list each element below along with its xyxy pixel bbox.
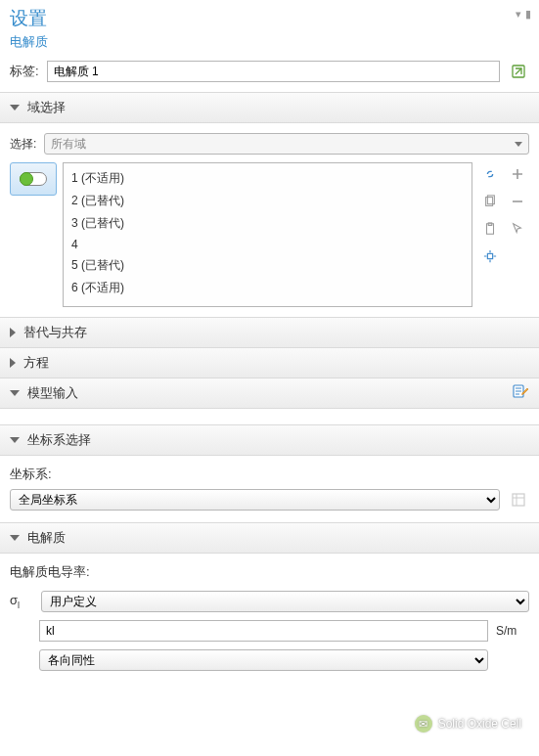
chevron-right-icon: [10, 328, 16, 337]
svg-rect-7: [513, 494, 524, 506]
section-electrolyte-body: 电解质电导率: σl 用户定义 S/m 各向同性: [0, 554, 539, 681]
conductivity-inputs: S/m 各向同性: [10, 620, 529, 671]
minus-icon[interactable]: [506, 190, 529, 213]
label-caption: 标签:: [10, 63, 39, 80]
switch-icon: [20, 172, 47, 186]
section-override-title: 替代与共存: [23, 324, 87, 341]
section-coord-header[interactable]: 坐标系选择: [0, 424, 539, 456]
copy-icon[interactable]: [478, 190, 502, 213]
edit-note-button[interactable]: [512, 382, 529, 403]
domain-active-toggle[interactable]: [10, 162, 57, 196]
coord-label: 坐标系:: [10, 466, 52, 483]
section-electrolyte-title: 电解质: [27, 529, 66, 547]
domain-select[interactable]: 所有域: [44, 133, 529, 155]
panel-header: 设置 电解质 ▾ ▮: [0, 0, 539, 55]
domain-select-row: 选择: 所有域: [10, 133, 529, 155]
wechat-icon: ✉: [415, 715, 432, 733]
section-model-input-body: [0, 409, 539, 424]
section-domain-selection-title: 域选择: [27, 99, 66, 116]
section-domain-selection-header[interactable]: 域选择: [0, 92, 539, 123]
chevron-down-icon: [10, 535, 20, 541]
section-equation-title: 方程: [23, 354, 49, 372]
list-item[interactable]: 1 (不适用): [71, 167, 464, 190]
settings-panel: 设置 电解质 ▾ ▮ 标签: 域选择 选择: 所有域: [0, 0, 539, 681]
domain-toggle-column: [10, 162, 57, 196]
list-item[interactable]: 6 (不适用): [71, 277, 464, 299]
panel-title: 设置: [10, 6, 529, 31]
svg-rect-5: [487, 253, 492, 258]
section-domain-selection-body: 选择: 所有域 1 (不适用) 2 (已替代) 3 (已替代) 4 5 (已替代…: [0, 123, 539, 317]
open-external-icon: [511, 64, 526, 79]
list-item[interactable]: 5 (已替代): [71, 254, 464, 277]
spacer: [506, 245, 529, 268]
domain-select-value: 所有域: [51, 136, 86, 153]
label-row: 标签:: [0, 55, 539, 92]
conductivity-expression-input[interactable]: [39, 620, 488, 642]
panel-subtitle: 电解质: [10, 33, 529, 51]
open-external-button[interactable]: [508, 61, 529, 82]
section-electrolyte-header[interactable]: 电解质: [0, 522, 539, 554]
minimize-icon[interactable]: ▾: [516, 8, 521, 21]
domain-tool-column: [478, 162, 529, 270]
section-equation-header[interactable]: 方程: [0, 348, 539, 378]
list-item[interactable]: 3 (已替代): [71, 212, 464, 235]
list-item[interactable]: 4: [71, 235, 464, 254]
list-item[interactable]: 2 (已替代): [71, 190, 464, 212]
frame-icon: [511, 492, 526, 508]
chevron-down-icon: [10, 390, 20, 396]
chevron-right-icon: [10, 358, 16, 368]
edit-note-icon: [512, 382, 529, 400]
watermark: ✉ Solid Oxide Cell: [415, 715, 521, 733]
coord-select[interactable]: 全局坐标系: [10, 489, 500, 511]
section-model-input-title: 模型输入: [27, 384, 78, 402]
cursor-icon[interactable]: [506, 217, 529, 241]
isotropy-select[interactable]: 各向同性: [39, 649, 488, 671]
pin-icon[interactable]: ▮: [525, 8, 531, 21]
conductivity-label: 电解质电导率:: [10, 563, 90, 581]
chevron-down-icon: [10, 437, 20, 443]
watermark-text: Solid Oxide Cell: [438, 717, 521, 731]
domain-select-label: 选择:: [10, 136, 36, 153]
panel-header-controls: ▾ ▮: [516, 8, 531, 21]
conductivity-unit: S/m: [496, 624, 529, 638]
section-coord-body: 坐标系: 全局坐标系: [0, 456, 539, 522]
target-icon[interactable]: [478, 245, 502, 268]
plus-icon[interactable]: [506, 162, 529, 186]
section-coord-title: 坐标系选择: [27, 431, 91, 449]
conductivity-type-select[interactable]: 用户定义: [41, 591, 529, 612]
section-model-input-header[interactable]: 模型输入: [0, 378, 539, 409]
sigma-symbol: σl: [10, 593, 33, 610]
section-override-header[interactable]: 替代与共存: [0, 317, 539, 348]
link-icon[interactable]: [478, 162, 502, 186]
coord-frame-button[interactable]: [508, 489, 529, 511]
chevron-down-icon: [10, 105, 20, 111]
chevron-down-icon: [515, 142, 522, 147]
paste-icon[interactable]: [478, 217, 502, 241]
domain-area: 1 (不适用) 2 (已替代) 3 (已替代) 4 5 (已替代) 6 (不适用…: [10, 162, 529, 307]
domain-listbox[interactable]: 1 (不适用) 2 (已替代) 3 (已替代) 4 5 (已替代) 6 (不适用…: [63, 162, 472, 307]
label-input[interactable]: [47, 61, 500, 82]
